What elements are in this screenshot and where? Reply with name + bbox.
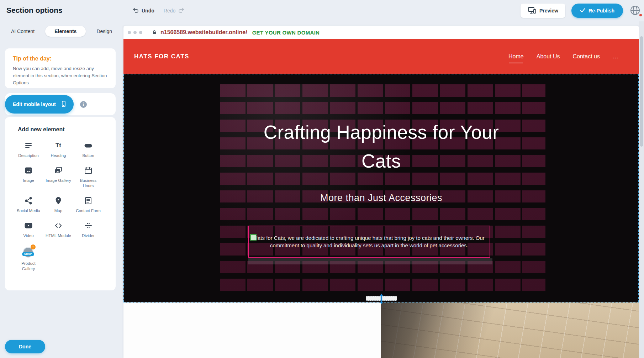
add-element-html-module[interactable]: HTML Module bbox=[43, 221, 73, 238]
sidebar-tabs: AI Content Elements Design bbox=[0, 26, 123, 37]
video-icon bbox=[24, 221, 33, 231]
footer-divider bbox=[5, 331, 111, 331]
nav-home[interactable]: Home bbox=[508, 51, 524, 62]
vertical-scrollbar bbox=[639, 21, 644, 358]
add-element-divider[interactable]: Divider bbox=[73, 221, 103, 238]
tip-of-the-day-card: Tip of the day: Now you can add, move an… bbox=[5, 48, 116, 88]
paragraph-drop-shadow bbox=[248, 258, 492, 264]
contact-form-icon bbox=[84, 196, 93, 206]
nav-contact-us[interactable]: Contact us bbox=[572, 51, 601, 62]
undo-icon bbox=[132, 7, 139, 15]
upgrade-badge-icon bbox=[31, 244, 36, 249]
add-element-contact-form[interactable]: Contact Form bbox=[73, 196, 103, 214]
window-control-dots bbox=[128, 31, 142, 34]
tab-elements[interactable]: Elements bbox=[45, 26, 86, 37]
editor-canvas: n1566589.websitebuilder.online/ GET YOUR… bbox=[123, 26, 639, 358]
tab-ai-content[interactable]: AI Content bbox=[7, 26, 38, 37]
button-icon bbox=[84, 141, 93, 151]
sidebar-footer: Done bbox=[5, 331, 116, 353]
language-globe-button[interactable] bbox=[629, 5, 641, 17]
info-icon[interactable] bbox=[80, 101, 87, 108]
preview-devices-icon bbox=[528, 6, 536, 15]
add-element-image-gallery[interactable]: Image Gallery bbox=[43, 165, 73, 189]
add-element-business-hours[interactable]: Business Hours bbox=[73, 165, 103, 189]
element-label: Divider bbox=[82, 233, 95, 238]
window-dot bbox=[133, 31, 137, 34]
add-new-element-card: Add new element Description Heading Butt… bbox=[5, 117, 116, 290]
preview-label: Preview bbox=[539, 8, 558, 14]
add-element-video[interactable]: Video bbox=[14, 221, 43, 238]
next-section-blank bbox=[123, 302, 381, 358]
undo-button[interactable]: Undo bbox=[132, 7, 154, 15]
next-section bbox=[123, 302, 639, 358]
edit-mobile-layout-label: Edit mobile layout bbox=[13, 101, 56, 107]
divider-icon bbox=[84, 221, 93, 231]
redo-label: Redo bbox=[164, 8, 175, 14]
hero-heading[interactable]: Crafting Happiness for Your Cats bbox=[124, 118, 638, 175]
section-options-sidebar: AI Content Elements Design Tip of the da… bbox=[0, 21, 123, 358]
html-module-icon bbox=[54, 221, 63, 231]
lock-icon bbox=[152, 30, 157, 35]
hero-paragraph[interactable]: Hats for Cats, we are dedicated to craft… bbox=[254, 234, 485, 249]
tip-body: Now you can add, move and resize any ele… bbox=[13, 65, 108, 86]
add-element-product-gallery[interactable]: SHOP Product Gallery bbox=[14, 246, 43, 272]
element-label: Video bbox=[23, 233, 33, 238]
scrollbar-thumb[interactable] bbox=[640, 36, 643, 147]
republish-label: Re-Publish bbox=[588, 8, 614, 14]
section-resize-handle[interactable] bbox=[366, 295, 397, 306]
site-header[interactable]: HATS FOR CATS Home About Us Contact us … bbox=[123, 39, 639, 74]
done-button[interactable]: Done bbox=[5, 340, 45, 353]
edit-mobile-layout-card: Edit mobile layout bbox=[5, 93, 116, 115]
nav-about-us[interactable]: About Us bbox=[536, 51, 561, 62]
edit-mobile-layout-button[interactable]: Edit mobile layout bbox=[5, 95, 74, 114]
map-pin-icon bbox=[54, 196, 63, 206]
heading-icon bbox=[56, 141, 61, 151]
element-label: Heading bbox=[51, 153, 66, 158]
hero-subheading[interactable]: More than Just Accessories bbox=[124, 193, 638, 204]
window-dot bbox=[139, 31, 142, 34]
paving-photo-image[interactable] bbox=[381, 302, 639, 358]
republish-button[interactable]: Re-Publish bbox=[571, 4, 623, 18]
site-preview: HATS FOR CATS Home About Us Contact us …… bbox=[123, 39, 639, 358]
tip-title: Tip of the day: bbox=[13, 56, 108, 62]
element-label: Image bbox=[23, 178, 34, 183]
add-element-image[interactable]: Image bbox=[14, 165, 43, 189]
hero-section-selected[interactable]: Crafting Happiness for Your Cats More th… bbox=[123, 74, 639, 302]
social-media-icon bbox=[24, 196, 33, 206]
site-logo[interactable]: HATS FOR CATS bbox=[134, 53, 189, 60]
get-your-own-domain-link[interactable]: GET YOUR OWN DOMAIN bbox=[252, 30, 320, 36]
add-element-social-media[interactable]: Social Media bbox=[14, 196, 43, 214]
element-label: Social Media bbox=[17, 208, 40, 214]
add-element-map[interactable]: Map bbox=[43, 196, 73, 214]
shop-ribbon: SHOP bbox=[22, 252, 34, 256]
mobile-phone-icon bbox=[60, 100, 67, 109]
check-icon bbox=[580, 8, 585, 14]
nav-more-icon[interactable]: … bbox=[612, 51, 619, 62]
add-element-button[interactable]: Button bbox=[73, 141, 103, 158]
element-grid: Description Heading Button Image bbox=[14, 141, 103, 272]
paragraph-selection-box[interactable]: Hats for Cats, we are dedicated to craft… bbox=[248, 226, 490, 258]
resize-arrows-icon bbox=[379, 294, 384, 306]
image-gallery-icon bbox=[54, 165, 63, 175]
add-new-element-title: Add new element bbox=[18, 126, 116, 133]
add-element-heading[interactable]: Heading bbox=[43, 141, 73, 158]
redo-icon bbox=[178, 7, 185, 15]
notification-dot bbox=[639, 14, 642, 16]
element-drag-handle[interactable] bbox=[250, 234, 257, 241]
redo-button[interactable]: Redo bbox=[164, 7, 185, 15]
browser-bar: n1566589.websitebuilder.online/ GET YOUR… bbox=[123, 26, 639, 39]
preview-button[interactable]: Preview bbox=[521, 4, 565, 18]
page-title: Section options bbox=[6, 6, 63, 15]
tab-design[interactable]: Design bbox=[93, 26, 116, 37]
business-hours-icon bbox=[84, 165, 93, 175]
site-url: n1566589.websitebuilder.online/ bbox=[160, 29, 247, 36]
element-label: Image Gallery bbox=[46, 178, 71, 183]
topbar-actions: Preview Re-Publish bbox=[521, 0, 641, 21]
undo-label: Undo bbox=[142, 8, 154, 14]
image-icon bbox=[24, 165, 33, 175]
element-label: HTML Module bbox=[46, 233, 71, 238]
element-label: Description bbox=[18, 153, 39, 158]
element-label: Business Hours bbox=[74, 178, 102, 189]
element-label: Product Gallery bbox=[15, 261, 42, 272]
add-element-description[interactable]: Description bbox=[14, 141, 43, 158]
